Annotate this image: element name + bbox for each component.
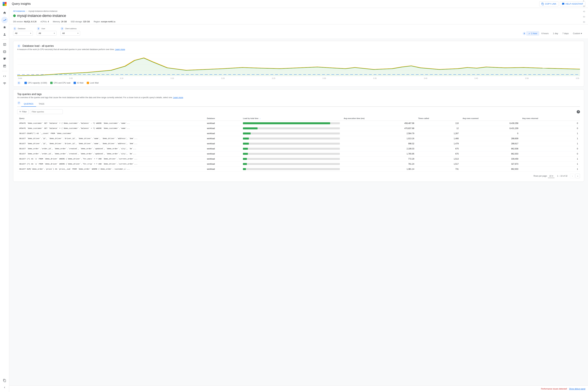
tab-tags[interactable]: TAGS [36,101,47,107]
time-6h-button[interactable]: 6 hours [539,31,550,36]
cell-avg-rows-scanned: 862,938 [460,146,520,151]
x-label-345: 3:45 [474,77,478,79]
cell-query: UPDATE `demo_customer` SET `balance` = (… [17,126,205,131]
tab-queries[interactable]: QUERIES [21,101,36,107]
cell-avg-rows-scanned: 288,609 [460,136,520,141]
table-row[interactable]: SELECT `demo_driver`.`id`, `demo_driver`… [17,141,580,146]
table-row[interactable]: SELECT `demo_driver`.`id`, `demo_driver`… [17,136,580,141]
sort-arrow-down: ↓ [260,117,261,119]
client-address-select[interactable]: All ▾ [61,31,80,36]
performance-alert: Performance issues detected! [541,388,567,390]
db-version: DB version: MySQL 8.0.26 [13,20,37,23]
copy-link-button[interactable]: COPY LINK [539,2,558,6]
time-1d-button[interactable]: 1 day [551,31,560,36]
cell-load [241,141,342,146]
time-custom-button[interactable]: Custom ▾ [571,31,584,36]
help-assistant-label: HELP ASSISTANT [565,3,583,5]
show-debug-panel-link[interactable]: Show debug panel [569,388,585,390]
legend-lock-wait[interactable]: ✓ Lock Wait [87,82,99,84]
cell-database: workload [205,136,241,141]
sidebar-expand-btn[interactable] [1,384,8,391]
rows-per-page: Rows per page: 10 ▾ [533,174,554,178]
pagination-prev-button[interactable]: ‹ [570,174,575,178]
cell-avg-rows-scanned: 327,873 [460,162,520,166]
time-1h-button[interactable]: 1 hour [526,31,539,36]
sidebar-item-schedule[interactable] [1,63,8,70]
step5-badge: 5 [17,44,21,48]
queries-learn-more-link[interactable]: Learn more [173,96,183,99]
pagination-next-button[interactable]: › [575,174,580,178]
user-select-value: All [39,32,41,34]
help-icon[interactable]: ? [577,110,580,114]
queries-section-desc: An overview of the queries and tags that… [17,96,580,99]
table-row[interactable]: UPDATE `demo_customer` SET `balance` = (… [17,126,580,131]
legend-cpu-wait-label: CPU and CPU wait [54,82,70,84]
table-row[interactable]: UPDATE `demo_customer` SET `balance` = (… [17,121,580,126]
cell-avg-exec: 1,765.95 [342,151,416,156]
cell-times-called: 1,513 [416,156,460,162]
help-assistant-button[interactable]: HELP ASSISTANT [560,2,585,6]
rows-per-page-chevron: ▾ [552,175,553,177]
main-container: Query insights COPY LINK HELP ASSISTANT … [9,0,588,392]
client-address-select-value: All [62,32,65,34]
cell-avg-exec: 2,584.79 [342,131,416,136]
cell-query: SELECT `demo_driver`.`id`, `demo_driver`… [17,136,205,141]
x-label-355: 3:55 [576,77,579,79]
database-select[interactable]: All ▾ [13,31,33,36]
sidebar-item-users[interactable] [1,31,8,38]
cell-query: SELECT (?) AS `a` FROM `demo_driver` WHE… [17,162,205,166]
filter-button[interactable]: Filter [17,109,29,114]
cell-query: UPDATE `demo_customer` SET `balance` = (… [17,121,205,126]
rows-per-page-value: 10 [549,175,551,177]
tab-tags-label: TAGS [39,102,44,105]
chart-learn-more-link[interactable]: Learn more [115,48,125,50]
bottom-bar: Performance issues detected! Show debug … [9,386,588,392]
table-row[interactable]: SELECT (?) AS `a` FROM `demo_driver` WHE… [17,162,580,166]
breadcrumb-separator: › [27,10,27,12]
breadcrumb-all-instances[interactable]: All instances [13,10,25,12]
sidebar-item-storage[interactable] [1,48,8,55]
sidebar-item-home[interactable] [1,10,8,16]
legend-cpu-wait[interactable]: ✓ CPU and CPU wait [50,82,70,84]
cell-times-called: 12 [416,126,460,131]
col-avg-exec: Avg execution time (ms) [342,116,416,121]
sidebar-item-logs[interactable] [1,56,8,62]
cell-database: workload [205,126,241,131]
cell-avg-rows-returned: 1 [520,131,580,136]
table-row[interactable]: SELECT (?) AS `a` FROM `demo_driver` WHE… [17,156,580,162]
table-row[interactable]: SELECT `demo_order`.`order_id`, `demo_or… [17,151,580,156]
user-select[interactable]: All ▾ [37,31,57,36]
cell-avg-exec: 470,837.88 [342,126,416,131]
cell-avg-rows-scanned: 8,431,209 [460,126,520,131]
sidebar-bottom [1,377,8,391]
sidebar-item-insights[interactable] [1,17,8,23]
legend-io-wait[interactable]: ✓ IO Wait [74,82,84,84]
sidebar-item-monitor[interactable] [1,80,8,87]
filter-queries-input[interactable] [30,109,63,114]
legend-cpu-capacity[interactable]: ✓ CPU capacity: (4.000) [25,82,47,84]
step7-badge: 7 [17,101,21,104]
col-load[interactable]: Load by total time ↓ [241,116,342,121]
time-1h-label: 1 hour [531,32,537,35]
sidebar [0,0,9,392]
topbar-actions: COPY LINK HELP ASSISTANT [539,2,585,6]
table-row[interactable]: SELECT COUNT(*) AS `__count` FROM `demo_… [17,131,580,136]
cell-database: workload [205,151,241,156]
queries-section-title: Top queries and tags [17,93,580,96]
sidebar-item-sql[interactable] [1,73,8,80]
rows-per-page-select[interactable]: 10 ▾ [548,174,554,178]
instance-header: All instances › mysql-instance-demo-inst… [9,8,588,24]
cell-avg-rows-returned: 1 [520,162,580,166]
table-filter-row: Filter ? [17,109,580,114]
sidebar-item-migrate[interactable] [1,24,8,30]
table-header-row: Query Database Load by total time ↓ Avg … [17,116,580,121]
table-row[interactable]: SELECT SUM(`demo_order`.`price`) AS `pri… [17,166,580,172]
time-6h-label: 6 hours [541,32,548,35]
ssd-storage: SSD storage: 320 GB [71,20,90,23]
time-7d-button[interactable]: 7 days [560,31,570,36]
sidebar-item-tables[interactable] [1,41,8,48]
cell-query: SELECT `demo_order`.`order_id`, `demo_or… [17,146,205,151]
sidebar-item-copy[interactable] [1,377,8,384]
cell-load [241,166,342,172]
table-row[interactable]: SELECT `demo_order`.`order_id`, `demo_or… [17,146,580,151]
